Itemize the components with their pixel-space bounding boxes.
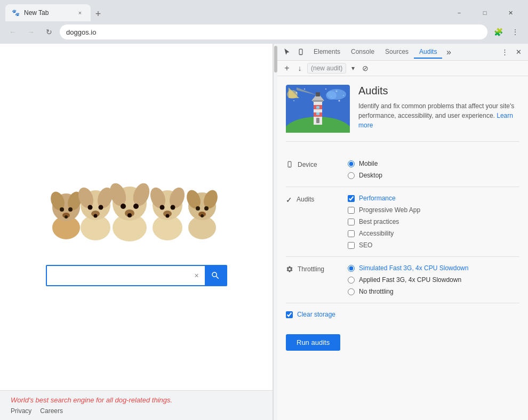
mobile-radio[interactable] (348, 160, 355, 167)
footer-text-1: World's best search engine for (11, 396, 106, 404)
tab-sources[interactable]: Sources (380, 46, 414, 59)
webpage: × World's best search engine for all dog… (0, 44, 273, 420)
throttle-none-radio[interactable] (348, 288, 355, 295)
tab-close-button[interactable]: × (76, 9, 84, 17)
close-button[interactable]: ✕ (498, 4, 523, 21)
device-label: Device (286, 160, 339, 179)
svg-point-52 (287, 90, 298, 99)
best-practices-option[interactable]: Best practices (348, 218, 519, 225)
pwa-option[interactable]: Progressive Web App (348, 206, 519, 214)
seo-option[interactable]: SEO (348, 241, 519, 249)
device-options: Mobile Desktop (348, 160, 519, 179)
audit-block-button[interactable]: ⊘ (360, 63, 371, 74)
address-input[interactable] (60, 25, 487, 39)
browser-window: 🐾 New Tab × + − □ ✕ ← → ↻ 🧩 ⋮ (0, 0, 528, 420)
footer-highlight: all (106, 396, 113, 404)
minimize-button[interactable]: − (447, 4, 471, 21)
svg-rect-62 (316, 118, 319, 123)
search-input[interactable] (47, 266, 189, 285)
accessibility-option[interactable]: Accessibility (348, 230, 519, 237)
svg-point-12 (87, 205, 92, 210)
puppies-svg (41, 148, 233, 254)
more-tabs-button[interactable]: » (442, 46, 455, 59)
careers-link[interactable]: Careers (40, 407, 63, 415)
mobile-option[interactable]: Mobile (348, 160, 519, 167)
devtools-close-button[interactable]: ✕ (512, 46, 525, 59)
tab-console[interactable]: Console (346, 46, 380, 59)
back-button[interactable]: ← (5, 25, 20, 39)
privacy-link[interactable]: Privacy (11, 407, 31, 415)
svg-rect-64 (316, 112, 319, 115)
extensions-button[interactable]: 🧩 (491, 25, 506, 39)
performance-checkbox[interactable] (348, 195, 355, 202)
throttling-label-text: Throttling (298, 265, 324, 273)
pwa-checkbox[interactable] (348, 207, 355, 214)
svg-point-41 (300, 53, 301, 54)
tab-audits[interactable]: Audits (414, 46, 442, 59)
scrollbar-thumb[interactable] (274, 46, 277, 72)
search-box: × (46, 265, 227, 286)
throttle-applied3g-option[interactable]: Applied Fast 3G, 4x CPU Slowdown (348, 276, 519, 284)
svg-point-54 (326, 91, 337, 100)
devtools-secondary-bar: + ↓ (new audit) ▾ ⊘ (277, 61, 528, 76)
active-tab[interactable]: 🐾 New Tab × (5, 4, 91, 21)
audit-download-button[interactable]: ↓ (294, 63, 305, 74)
search-clear-button[interactable]: × (189, 266, 205, 285)
audits-header: Audits Identify and fix common problems … (286, 85, 519, 142)
throttle-applied3g-radio[interactable] (348, 277, 355, 284)
device-label-text: Device (298, 161, 317, 168)
svg-point-36 (196, 206, 200, 211)
clear-storage-label: Clear storage (297, 311, 335, 318)
svg-point-5 (68, 207, 73, 212)
seo-checkbox[interactable] (348, 242, 355, 249)
menu-button[interactable]: ⋮ (508, 25, 523, 39)
tab-elements[interactable]: Elements (308, 46, 346, 59)
accessibility-checkbox[interactable] (348, 230, 355, 237)
devtools-tabs: Elements Console Sources Audits » (308, 46, 497, 59)
performance-option[interactable]: Performance (348, 195, 519, 202)
throttling-section: Throttling Simulated Fast 3G, 4x CPU Slo… (286, 257, 519, 303)
audit-add-button[interactable]: + (282, 63, 292, 74)
svg-point-67 (289, 166, 290, 167)
clear-storage-option[interactable]: Clear storage (286, 311, 519, 318)
puppies-image (41, 148, 233, 254)
run-audits-button[interactable]: Run audits (286, 334, 340, 351)
throttle-fast3g-radio[interactable] (348, 265, 355, 272)
forward-button[interactable]: → (23, 25, 38, 39)
search-button[interactable] (205, 266, 226, 285)
throttle-fast3g-option[interactable]: Simulated Fast 3G, 4x CPU Slowdown (348, 264, 519, 272)
desktop-option[interactable]: Desktop (348, 172, 519, 179)
toolbar-right: 🧩 ⋮ (491, 25, 523, 39)
mobile-label: Mobile (359, 160, 378, 167)
desktop-label: Desktop (359, 172, 382, 179)
browser-tabs: 🐾 New Tab × + (5, 4, 447, 21)
devtools-mobile-button[interactable] (294, 46, 307, 59)
svg-rect-60 (316, 92, 320, 96)
svg-point-13 (98, 205, 103, 210)
throttle-none-label: No throttling (359, 288, 394, 295)
desktop-radio[interactable] (348, 172, 355, 179)
best-practices-checkbox[interactable] (348, 219, 355, 225)
audits-description: Identify and fix common problems that af… (358, 101, 519, 130)
best-practices-label: Best practices (359, 218, 399, 225)
devtools-cursor-button[interactable] (281, 46, 293, 59)
new-tab-button[interactable]: + (91, 6, 106, 21)
svg-point-20 (121, 204, 126, 209)
clear-storage-checkbox[interactable] (286, 311, 293, 318)
refresh-button[interactable]: ↻ (42, 25, 57, 39)
throttle-none-option[interactable]: No throttling (348, 288, 519, 295)
devtools-overflow-button[interactable]: ⋮ (498, 46, 511, 59)
audit-dropdown-button[interactable]: ▾ (348, 63, 358, 73)
audits-title: Audits (358, 85, 519, 97)
svg-rect-65 (313, 100, 323, 102)
mobile-device-icon (286, 161, 293, 168)
audit-checkboxes: Performance Progressive Web App Best pra… (348, 195, 519, 249)
throttle-fast3g-label: Simulated Fast 3G, 4x CPU Slowdown (359, 264, 468, 272)
svg-point-29 (170, 205, 175, 210)
devtools-content: Audits Identify and fix common problems … (277, 76, 528, 420)
svg-point-37 (204, 206, 209, 211)
webpage-scrollbar[interactable] (273, 44, 277, 420)
footer-links: Privacy Careers (11, 407, 262, 415)
maximize-button[interactable]: □ (473, 4, 497, 21)
lighthouse-logo (286, 85, 350, 133)
